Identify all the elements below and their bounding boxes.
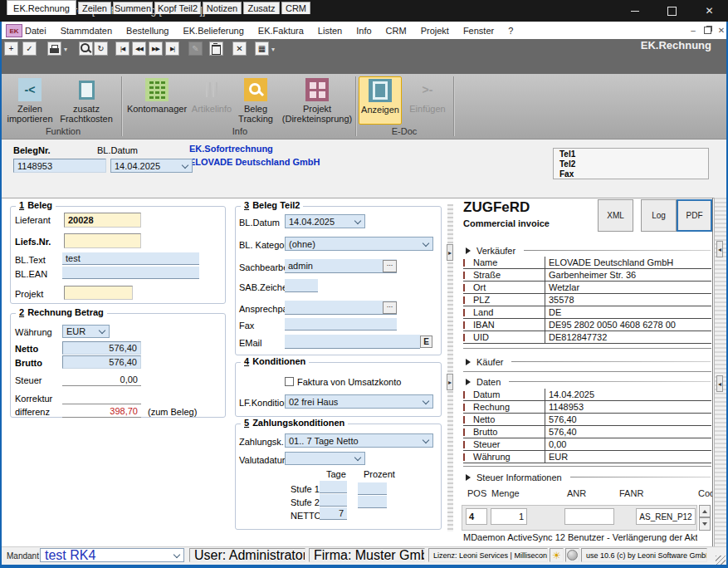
- sachbearbeiter-input[interactable]: admin: [285, 259, 397, 273]
- xml-button[interactable]: XML: [598, 199, 633, 232]
- email-send-button[interactable]: E: [420, 335, 432, 348]
- k ategorie-combo[interactable]: (ohne): [285, 237, 433, 251]
- status-globe-cell[interactable]: [565, 548, 579, 562]
- search-button[interactable]: [79, 42, 93, 56]
- close-button[interactable]: ✕: [691, 0, 728, 22]
- brutto-input[interactable]: 576,40: [62, 355, 141, 369]
- pdf-button[interactable]: PDF: [677, 199, 712, 232]
- section-verkaeufer[interactable]: Verkäufer: [463, 245, 711, 256]
- delete-button[interactable]: [209, 42, 223, 56]
- menu-ek-faktura[interactable]: EK.Faktura: [258, 26, 304, 36]
- faktura-checkbox[interactable]: [285, 377, 294, 386]
- menge-cell[interactable]: 1: [491, 508, 527, 525]
- zusatz-frachtkosten-button[interactable]: zusatzFrachtkosten: [55, 76, 118, 125]
- tab-notizen[interactable]: Notizen: [203, 2, 242, 14]
- email-input[interactable]: [285, 335, 420, 349]
- waehrung-combo[interactable]: EUR: [62, 325, 110, 338]
- anzeigen-button[interactable]: Anzeigen: [359, 76, 402, 125]
- doc-type-link[interactable]: EK.Sofortrechnung: [189, 144, 273, 154]
- display-document-icon: [369, 79, 392, 102]
- cancel-button[interactable]: ✕: [232, 42, 247, 56]
- minimize-button[interactable]: [616, 0, 653, 22]
- splitter-expand-right-icon[interactable]: ▸: [447, 244, 453, 261]
- mdi-close-button[interactable]: ✕: [716, 25, 727, 36]
- tab-zeilen[interactable]: Zeilen: [78, 2, 111, 14]
- ansprechpart-input[interactable]: [285, 301, 397, 315]
- liefsnr-input[interactable]: [64, 233, 141, 248]
- tab-summen[interactable]: Summen: [113, 2, 153, 14]
- grid-view-button[interactable]: ▦: [255, 42, 269, 56]
- blean-input[interactable]: [62, 267, 199, 279]
- beleg-tracking-button[interactable]: BelegTracking: [236, 76, 276, 125]
- menu-projekt[interactable]: Projekt: [421, 26, 449, 36]
- scroll-down-button[interactable]: [699, 517, 711, 531]
- section-kaeufer[interactable]: Käufer: [463, 356, 711, 367]
- zeilen-importieren-button[interactable]: -< Zeilenimportieren: [7, 76, 53, 125]
- bldatum-header-combo[interactable]: 14.04.2025: [110, 159, 193, 173]
- menu-bestellung[interactable]: Bestellung: [126, 26, 169, 36]
- fax-input[interactable]: [285, 318, 397, 331]
- sabzeichen-input[interactable]: [285, 279, 318, 292]
- anr-cell[interactable]: [564, 508, 614, 525]
- tab-kopf-teil2[interactable]: Kopf Teil2: [154, 2, 201, 14]
- pos-cell[interactable]: 4: [466, 508, 487, 525]
- section-daten[interactable]: Daten: [463, 376, 711, 387]
- belegnr-input[interactable]: 1148953: [13, 159, 106, 173]
- refresh-button[interactable]: ↻: [94, 42, 108, 56]
- netto-tage-input[interactable]: 7: [320, 507, 347, 520]
- new-button[interactable]: +: [4, 42, 18, 56]
- mdi-restore-button[interactable]: [701, 25, 713, 36]
- maximize-button[interactable]: [653, 0, 691, 22]
- menu-help[interactable]: ?: [508, 26, 513, 36]
- collapse-left-icon[interactable]: ◂: [716, 375, 723, 392]
- fanr-cell[interactable]: AS_REN_P12: [636, 508, 696, 525]
- projekt-direkteinsprung-button[interactable]: Projekt(Direkteinsprung): [279, 76, 355, 125]
- grid-dropdown-icon[interactable]: ▾: [271, 46, 275, 53]
- menu-listen[interactable]: Listen: [318, 26, 342, 36]
- tab-zusatz[interactable]: Zusatz: [243, 2, 280, 14]
- supplier-link[interactable]: ELOVADE Deutschland GmbH: [189, 157, 320, 167]
- zahlungsk-combo[interactable]: 01.. 7 Tage Netto: [285, 433, 433, 448]
- steuer-input[interactable]: 0,00: [62, 373, 141, 386]
- confirm-button[interactable]: ✓: [22, 42, 37, 56]
- bldatum2-combo[interactable]: 14.04.2025: [285, 214, 365, 228]
- section-steuer-informationen[interactable]: Steuer Informationen: [463, 472, 711, 482]
- menu-stammdaten[interactable]: Stammdaten: [61, 26, 112, 36]
- valutadatum-combo[interactable]: [285, 452, 365, 465]
- ansprechpart-lookup-button[interactable]: ...: [383, 301, 397, 314]
- mandant-combo[interactable]: test RK4: [40, 548, 184, 562]
- projekt-input[interactable]: [64, 286, 133, 300]
- bltext-input[interactable]: test: [62, 252, 199, 265]
- collapse-left-icon[interactable]: ◂: [716, 241, 723, 257]
- lieferant-input[interactable]: 20028: [64, 213, 141, 228]
- netto-input[interactable]: 576,40: [62, 341, 141, 355]
- tab-ek-rechnung[interactable]: EK.Rechnung: [7, 0, 76, 15]
- log-button[interactable]: Log: [641, 199, 677, 232]
- kontomanager-button[interactable]: Kontomanager: [126, 76, 188, 125]
- mdi-minimize-button[interactable]: –: [687, 25, 699, 36]
- stufe2-tage-input[interactable]: [320, 494, 347, 507]
- korrektur-input[interactable]: [62, 391, 141, 404]
- first-record-icon: |◀: [120, 46, 125, 52]
- print-button[interactable]: [47, 42, 61, 56]
- nav-last-button[interactable]: ▶|: [165, 42, 179, 56]
- tab-crm[interactable]: CRM: [281, 2, 310, 14]
- sachbearbeiter-lookup-button[interactable]: ...: [383, 260, 397, 272]
- nav-prev-button[interactable]: ◀◀: [132, 42, 146, 56]
- stufe1-tage-input[interactable]: [320, 481, 347, 493]
- scroll-up-button[interactable]: [699, 505, 711, 517]
- status-alert-cell[interactable]: ☀: [550, 548, 564, 562]
- menu-fenster[interactable]: Fenster: [463, 26, 494, 36]
- lfkondition-combo[interactable]: 02 frei Haus: [285, 394, 433, 409]
- menu-ek-belieferung[interactable]: EK.Belieferung: [183, 26, 243, 36]
- splitter-expand-right-icon[interactable]: ▸: [447, 374, 453, 390]
- stufe2-prozent-input[interactable]: [358, 496, 387, 508]
- tel1-label: Tel1: [559, 149, 708, 159]
- stufe1-prozent-input[interactable]: [358, 482, 387, 495]
- menu-crm[interactable]: CRM: [386, 26, 407, 36]
- menu-info[interactable]: Info: [356, 26, 371, 36]
- nav-next-button[interactable]: ▶▶: [149, 42, 163, 56]
- nav-first-button[interactable]: |◀: [115, 42, 129, 56]
- menu-datei[interactable]: Datei: [25, 26, 46, 36]
- print-dropdown-icon[interactable]: ▾: [64, 46, 67, 53]
